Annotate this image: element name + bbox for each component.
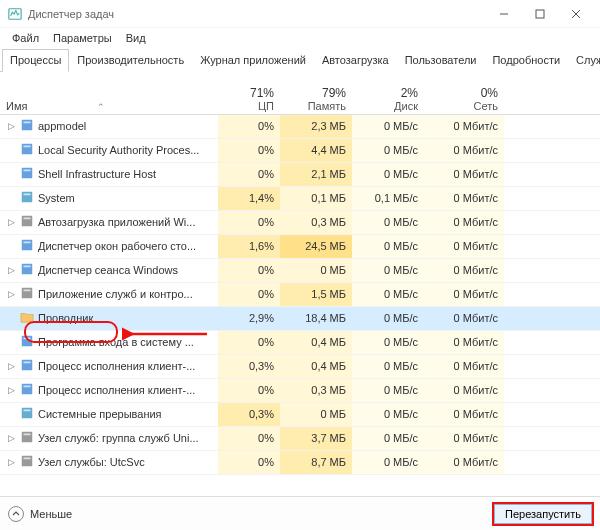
- expand-toggle-icon[interactable]: ▷: [6, 217, 16, 227]
- table-row[interactable]: ▷Процесс исполнения клиент-...0%0,3 МБ0 …: [0, 378, 600, 402]
- tab-startup[interactable]: Автозагрузка: [314, 49, 397, 72]
- cpu-cell: 0%: [218, 330, 280, 354]
- minimize-button[interactable]: [486, 0, 522, 28]
- svg-rect-17: [22, 264, 33, 275]
- svg-rect-18: [24, 266, 31, 268]
- process-icon: [20, 214, 34, 230]
- table-row[interactable]: Системные прерывания0,3%0 МБ0 МБ/с0 Мбит…: [0, 402, 600, 426]
- process-name: Проводник: [38, 312, 93, 324]
- network-cell: 0 Мбит/с: [424, 138, 504, 162]
- menu-view[interactable]: Вид: [120, 30, 152, 46]
- expand-toggle-icon[interactable]: ▷: [6, 265, 16, 275]
- restart-button[interactable]: Перезапустить: [494, 504, 592, 524]
- table-row[interactable]: Local Security Authority Proces...0%4,4 …: [0, 138, 600, 162]
- disk-cell: 0 МБ/с: [352, 450, 424, 474]
- tab-performance[interactable]: Производительность: [69, 49, 192, 72]
- process-name: appmodel: [38, 120, 86, 132]
- expand-toggle-icon[interactable]: ▷: [6, 361, 16, 371]
- tab-users[interactable]: Пользователи: [397, 49, 485, 72]
- process-icon: [20, 238, 34, 254]
- titlebar: Диспетчер задач: [0, 0, 600, 28]
- expand-toggle-icon[interactable]: ▷: [6, 433, 16, 443]
- disk-cell: 0,1 МБ/с: [352, 186, 424, 210]
- svg-rect-6: [24, 122, 31, 124]
- table-row[interactable]: ▷appmodel0%2,3 МБ0 МБ/с0 Мбит/с: [0, 114, 600, 138]
- tab-details[interactable]: Подробности: [484, 49, 568, 72]
- expand-toggle-icon[interactable]: ▷: [6, 385, 16, 395]
- svg-rect-14: [24, 218, 31, 220]
- memory-cell: 0,4 МБ: [280, 354, 352, 378]
- table-row[interactable]: Проводник2,9%18,4 МБ0 МБ/с0 Мбит/с: [0, 306, 600, 330]
- menubar: Файл Параметры Вид: [0, 28, 600, 48]
- col-cpu[interactable]: 71%ЦП: [218, 72, 280, 114]
- process-name: Shell Infrastructure Host: [38, 168, 156, 180]
- expand-toggle-icon[interactable]: ▷: [6, 289, 16, 299]
- disk-cell: 0 МБ/с: [352, 138, 424, 162]
- cpu-cell: 0%: [218, 114, 280, 138]
- fewer-details-button[interactable]: Меньше: [8, 506, 72, 522]
- table-row[interactable]: ▷Приложение служб и контро...0%1,5 МБ0 М…: [0, 282, 600, 306]
- process-name-cell: Диспетчер окон рабочего сто...: [0, 234, 218, 258]
- footer: Меньше Перезапустить: [0, 496, 600, 530]
- process-name-cell: ▷Приложение служб и контро...: [0, 282, 218, 306]
- expand-toggle-icon[interactable]: ▷: [6, 121, 16, 131]
- process-icon: [20, 382, 34, 398]
- process-name-cell: ▷Процесс исполнения клиент-...: [0, 354, 218, 378]
- cpu-cell: 1,6%: [218, 234, 280, 258]
- disk-cell: 0 МБ/с: [352, 114, 424, 138]
- expand-toggle-icon[interactable]: ▷: [6, 457, 16, 467]
- tab-processes[interactable]: Процессы: [2, 49, 69, 72]
- cpu-cell: 0%: [218, 258, 280, 282]
- col-name[interactable]: Имя⌃: [0, 72, 218, 114]
- table-row[interactable]: Shell Infrastructure Host0%2,1 МБ0 МБ/с0…: [0, 162, 600, 186]
- maximize-button[interactable]: [522, 0, 558, 28]
- svg-rect-12: [24, 194, 31, 196]
- memory-cell: 1,5 МБ: [280, 282, 352, 306]
- col-network[interactable]: 0%Сеть: [424, 72, 504, 114]
- svg-rect-20: [24, 290, 31, 292]
- col-disk[interactable]: 2%Диск: [352, 72, 424, 114]
- table-row[interactable]: ▷Узел службы: UtcSvc0%8,7 МБ0 МБ/с0 Мбит…: [0, 450, 600, 474]
- table-row[interactable]: ▷Процесс исполнения клиент-...0,3%0,4 МБ…: [0, 354, 600, 378]
- table-row[interactable]: Диспетчер окон рабочего сто...1,6%24,5 М…: [0, 234, 600, 258]
- svg-rect-26: [24, 386, 31, 388]
- menu-file[interactable]: Файл: [6, 30, 45, 46]
- process-name-cell: ▷Узел служб: группа служб Uni...: [0, 426, 218, 450]
- col-memory[interactable]: 79%Память: [280, 72, 352, 114]
- disk-cell: 0 МБ/с: [352, 402, 424, 426]
- window-title: Диспетчер задач: [28, 8, 114, 20]
- svg-rect-8: [24, 146, 31, 148]
- memory-cell: 4,4 МБ: [280, 138, 352, 162]
- network-cell: 0 Мбит/с: [424, 114, 504, 138]
- memory-cell: 3,7 МБ: [280, 426, 352, 450]
- svg-rect-28: [24, 410, 31, 412]
- process-name-cell: Проводник: [0, 306, 218, 330]
- network-cell: 0 Мбит/с: [424, 306, 504, 330]
- network-cell: 0 Мбит/с: [424, 450, 504, 474]
- table-row[interactable]: Программа входа в систему ...0%0,4 МБ0 М…: [0, 330, 600, 354]
- chevron-up-icon: [8, 506, 24, 522]
- svg-rect-7: [22, 144, 33, 155]
- tab-services[interactable]: Службы: [568, 49, 600, 72]
- process-icon: [20, 190, 34, 206]
- network-cell: 0 Мбит/с: [424, 186, 504, 210]
- process-name-cell: ▷Процесс исполнения клиент-...: [0, 378, 218, 402]
- tab-app-history[interactable]: Журнал приложений: [192, 49, 314, 72]
- menu-options[interactable]: Параметры: [47, 30, 118, 46]
- table-row[interactable]: ▷Диспетчер сеанса Windows0%0 МБ0 МБ/с0 М…: [0, 258, 600, 282]
- table-row[interactable]: System1,4%0,1 МБ0,1 МБ/с0 Мбит/с: [0, 186, 600, 210]
- memory-cell: 0 МБ: [280, 402, 352, 426]
- table-row[interactable]: ▷Автозагрузка приложений Wi...0%0,3 МБ0 …: [0, 210, 600, 234]
- disk-cell: 0 МБ/с: [352, 210, 424, 234]
- close-button[interactable]: [558, 0, 594, 28]
- tabs: Процессы Производительность Журнал прило…: [0, 48, 600, 72]
- cpu-cell: 0%: [218, 210, 280, 234]
- table-row[interactable]: ▷Узел служб: группа служб Uni...0%3,7 МБ…: [0, 426, 600, 450]
- process-name-cell: Local Security Authority Proces...: [0, 138, 218, 162]
- memory-cell: 18,4 МБ: [280, 306, 352, 330]
- network-cell: 0 Мбит/с: [424, 354, 504, 378]
- process-name-cell: Shell Infrastructure Host: [0, 162, 218, 186]
- memory-cell: 0,3 МБ: [280, 210, 352, 234]
- cpu-cell: 0,3%: [218, 354, 280, 378]
- cpu-cell: 0%: [218, 282, 280, 306]
